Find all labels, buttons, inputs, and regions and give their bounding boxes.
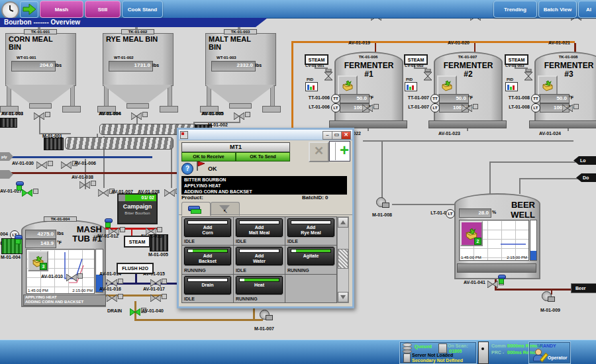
valve-AV-01-027[interactable] <box>22 187 32 195</box>
phase-button-add-rye-meal[interactable]: AddRye Meal <box>287 218 334 237</box>
server-icon <box>403 353 411 363</box>
trending-button[interactable]: Trending <box>493 1 537 18</box>
motor-M-01-001[interactable] <box>44 138 64 150</box>
tag-M-01-009: M-01-009 <box>540 308 560 312</box>
valve-AV-01-010[interactable] <box>66 272 77 279</box>
bin-foot <box>160 106 178 113</box>
pump-M-01-007[interactable] <box>260 310 273 320</box>
phase-button-add-backset[interactable]: AddBackset <box>184 247 231 265</box>
flow-arrow-lo[interactable]: Lo <box>573 156 596 165</box>
minimize-button[interactable]: – <box>323 131 332 140</box>
beer-trend-chart[interactable]: 2 1:45:00 PM 2:15:00 PM <box>459 220 529 261</box>
still-button[interactable]: Still <box>85 1 121 18</box>
valve-AV-01-038[interactable] <box>79 179 90 187</box>
interlock-indicator <box>498 275 505 283</box>
pid-icon[interactable] <box>505 82 518 91</box>
tag-AV-01-005: AV-01-005 <box>201 111 223 116</box>
control-valve-icon[interactable] <box>324 69 333 83</box>
valve-AV-01-015[interactable] <box>150 277 161 285</box>
ok-to-send-button[interactable]: OK To Send <box>236 152 290 161</box>
valve-AV-01-040[interactable] <box>130 306 140 314</box>
phase-button-drain[interactable]: Drain <box>184 276 231 295</box>
fermenter-material-icon[interactable] <box>338 75 358 95</box>
fermenter-tank-tag: TK-01-006 <box>353 55 383 59</box>
bin-outlet <box>126 103 149 109</box>
valve-AV-01-005[interactable] <box>234 111 244 118</box>
help-button[interactable]: ? <box>181 163 193 175</box>
pid-icon[interactable] <box>405 82 417 91</box>
valve-AV-01-013[interactable] <box>146 226 156 233</box>
interlock-indicator <box>15 235 22 244</box>
server-status-panel: Queued On Scan: 01805 Server Not Loaded … <box>399 341 477 364</box>
tag-M-01-005: M-01-005 <box>148 252 168 257</box>
batch-view-button[interactable]: Batch View <box>538 1 577 18</box>
weight-tag: WT-01-003 <box>217 56 236 60</box>
mash-weight-unit: lbs <box>57 231 64 236</box>
maximize-button[interactable]: ▭ <box>332 131 342 140</box>
beer-material-icon[interactable]: 2 <box>460 221 483 246</box>
valve-AV-01-023[interactable] <box>462 103 472 110</box>
close-icon[interactable]: ✕ <box>341 131 351 140</box>
phase-button-add-malt-meal[interactable]: AddMalt Meal <box>236 218 283 237</box>
campaign-panel[interactable]: 01/ 02 Campaign Bitter Bourbon <box>117 193 158 224</box>
scroll-down-button[interactable] <box>338 292 348 302</box>
mash-weight-value: 4275.0 <box>25 230 56 239</box>
phase-button-add-corn[interactable]: AddCorn <box>184 218 231 237</box>
cook-stand-button[interactable]: Cook Stand <box>122 1 163 18</box>
mash-temp-value: 143.9 <box>25 239 56 248</box>
valve-AV-01-024[interactable] <box>562 103 573 110</box>
valve-AV-01-004[interactable] <box>131 111 142 118</box>
pid-icon[interactable] <box>305 82 318 91</box>
motor-mill[interactable] <box>0 118 17 128</box>
scroll-up-button[interactable] <box>338 217 348 228</box>
trend-start-time: 1:45:00 PM <box>28 289 48 293</box>
valve-AV-01-003[interactable] <box>34 111 44 118</box>
phase-button-agitate[interactable]: Agitate <box>287 247 334 265</box>
valve-AV-01-016[interactable] <box>107 293 117 300</box>
fermenter-3: TK-01-008FERMENTER#350.0°F100.0%TTLTTT-0… <box>534 52 596 124</box>
phase-scrollbar[interactable] <box>337 216 349 303</box>
valve-AV-01-022[interactable] <box>362 103 373 110</box>
phase-button-add-water[interactable]: AddWater <box>236 247 283 265</box>
flow-arrow-beer[interactable]: Beer <box>571 283 596 293</box>
screw-conveyor[interactable] <box>65 137 174 150</box>
valve-AV-01-041[interactable] <box>487 279 498 286</box>
pipe <box>134 319 263 321</box>
phase-button-heat[interactable]: Heat <box>236 276 283 295</box>
tab-equipment[interactable]: ↖ <box>211 202 240 216</box>
ok-to-receive-button[interactable]: OK to Receive <box>181 152 236 161</box>
add-window-button[interactable]: + <box>329 141 350 161</box>
valve-AV-01-007[interactable] <box>98 187 109 195</box>
valve-AV-01-028[interactable] <box>164 187 175 195</box>
flow-arrow-do[interactable]: Do <box>576 173 596 182</box>
pump-M-01-009[interactable] <box>542 291 555 302</box>
control-valve-icon[interactable] <box>524 69 533 83</box>
product-label: Product: <box>181 195 203 201</box>
mash-button[interactable]: Mash <box>40 1 83 18</box>
forward-arrow-button[interactable] <box>20 1 38 18</box>
mash-trend-chart[interactable]: 3 1:45:00 PM 2:15:00 PM <box>26 249 95 294</box>
scrollbar-thumb[interactable] <box>338 249 348 269</box>
phase-status: RUNNING <box>184 268 206 273</box>
mash-material-icon[interactable]: 3 <box>28 251 48 271</box>
bin-weight-value: 1731.0 <box>109 61 153 71</box>
pipe <box>519 178 521 194</box>
valve-AV-01-014[interactable] <box>107 277 117 285</box>
queued-label: Queued <box>415 344 432 349</box>
fermenter-material-icon[interactable] <box>538 75 558 95</box>
alarms-button[interactable]: Al <box>578 1 596 18</box>
user-panel: \\RANDY Operator <box>528 341 571 364</box>
bin-rye-meal-bin: RYE MEAL BINWT-01-0021731.0lbs <box>103 33 174 86</box>
control-valve-icon[interactable] <box>423 69 432 83</box>
dialog-titlebar[interactable]: – ▭ ✕ <box>179 130 352 140</box>
bin-weight-value: 2332.0 <box>211 61 256 71</box>
valve-AV-01-017[interactable] <box>150 293 161 300</box>
pipe <box>381 142 383 200</box>
valve-AV-01-030[interactable] <box>36 159 47 167</box>
abort-button[interactable]: ✕ <box>309 142 329 162</box>
valve-AV-01-006[interactable] <box>61 159 72 167</box>
bin-malt-meal-bin: MALT MEAL BINWT-01-0032332.0lbs <box>205 33 276 86</box>
pump-M-01-008[interactable] <box>376 197 389 208</box>
fermenter-material-icon[interactable] <box>437 75 457 95</box>
tab-materials[interactable] <box>181 202 211 216</box>
